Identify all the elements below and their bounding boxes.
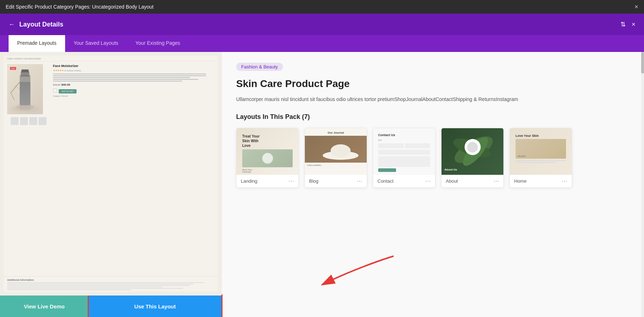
layout-description: Ullamcorper mauris nisl tincidunt sit fa… [236, 95, 558, 103]
layouts-grid: Treat YourSkin WithLove Shop YourFavorit… [236, 128, 630, 188]
layout-card-home: Love Your Skin Why Divi? Home ⋯ [509, 128, 572, 188]
card-footer-contact: Contact ⋯ [373, 175, 435, 187]
use-this-layout-button[interactable]: Use This Layout [89, 296, 221, 317]
card-menu-home[interactable]: ⋯ [562, 178, 567, 184]
view-live-demo-button[interactable]: View Live Demo [0, 296, 89, 317]
modal-header: ← Layout Details ⇅ × [0, 14, 644, 35]
svg-rect-3 [21, 69, 29, 72]
left-panel: HOME / FASHION / FACE MOISTURIZER Sale! [0, 52, 222, 317]
modal-header-right: ⇅ × [620, 20, 635, 28]
scrollbar-thumb[interactable] [641, 52, 644, 73]
tab-saved[interactable]: Your Saved Layouts [65, 35, 127, 52]
mockup-additional-info: Additional information [4, 276, 218, 292]
card-preview-about: About Us [441, 128, 503, 175]
mockup-product-title: Face Moisturizer [53, 64, 214, 68]
card-preview-contact: Contact Us Divi [373, 128, 435, 175]
tab-bar: Premade Layouts Your Saved Layouts Your … [0, 35, 644, 52]
svg-line-4 [11, 82, 20, 93]
title-bar-text: Edit Specific Product Category Pages: Un… [6, 4, 153, 10]
modal-body: HOME / FASHION / FACE MOISTURIZER Sale! [0, 52, 644, 317]
mockup-product-image: Sale! [7, 64, 43, 114]
svg-point-8 [331, 144, 351, 157]
back-icon[interactable]: ← [9, 21, 15, 28]
mockup-price: $48.00 $40.00 [53, 83, 214, 86]
sort-icon[interactable]: ⇅ [620, 20, 626, 28]
arrow-indicator [286, 249, 411, 292]
right-panel: Fashion & Beauty Skin Care Product Page … [222, 52, 644, 317]
card-menu-about[interactable]: ⋯ [493, 178, 499, 184]
card-footer-about: About ⋯ [441, 175, 503, 187]
card-menu-contact[interactable]: ⋯ [425, 178, 431, 184]
card-label-home: Home [514, 178, 527, 184]
layout-card-blog: Our Journal Latest updates... Blog [304, 128, 367, 188]
title-bar-close-button[interactable]: × [634, 3, 638, 11]
mockup-details: Face Moisturizer ★★★★★ (5 customer revie… [53, 64, 214, 273]
modal-close-icon[interactable]: × [631, 21, 635, 28]
card-footer-home: Home ⋯ [510, 175, 572, 187]
modal-header-left: ← Layout Details [9, 21, 63, 28]
mockup-content: Sale! [4, 61, 218, 276]
category-badge: Fashion & Beauty [236, 63, 283, 71]
layout-card-contact: Contact Us Divi Contact [373, 128, 435, 188]
tab-premade[interactable]: Premade Layouts [9, 35, 65, 52]
tab-existing[interactable]: Your Existing Pages [127, 35, 189, 52]
title-bar: Edit Specific Product Category Pages: Un… [0, 0, 644, 14]
card-menu-landing[interactable]: ⋯ [288, 178, 294, 184]
mockup-thumbnails [7, 116, 50, 126]
mockup-add-to-cart: ADD TO CART [59, 89, 77, 93]
card-footer-landing: Landing ⋯ [236, 175, 298, 187]
card-label-about: About [446, 178, 458, 184]
card-footer-blog: Blog ⋯ [305, 175, 367, 187]
mockup-inner: HOME / FASHION / FACE MOISTURIZER Sale! [4, 56, 218, 292]
preview-image: HOME / FASHION / FACE MOISTURIZER Sale! [0, 52, 221, 296]
card-label-blog: Blog [309, 178, 318, 184]
svg-rect-1 [20, 75, 30, 105]
mockup-breadcrumb: HOME / FASHION / FACE MOISTURIZER [4, 56, 218, 61]
card-preview-home: Love Your Skin Why Divi? [510, 128, 572, 175]
card-preview-landing: Treat YourSkin WithLove Shop YourFavorit… [236, 128, 298, 175]
svg-line-6 [15, 86, 20, 89]
card-label-contact: Contact [377, 178, 394, 184]
pack-title: Layouts In This Pack (7) [236, 113, 630, 121]
preview-mockup: HOME / FASHION / FACE MOISTURIZER Sale! [0, 52, 221, 296]
card-preview-blog: Our Journal Latest updates... [305, 128, 367, 175]
layout-card-about: About Us About ⋯ [441, 128, 504, 188]
mockup-stars: ★★★★★ (5 customer reviews) [53, 69, 214, 72]
modal: ← Layout Details ⇅ × Premade Layouts You… [0, 14, 644, 317]
scrollbar[interactable] [641, 52, 644, 317]
modal-title: Layout Details [19, 21, 63, 28]
preview-buttons: View Live Demo Use This Layout [0, 296, 221, 317]
layout-title: Skin Care Product Page [236, 78, 630, 90]
card-label-landing: Landing [241, 178, 257, 184]
svg-point-0 [16, 104, 34, 110]
svg-line-5 [11, 93, 14, 100]
layout-card-landing: Treat YourSkin WithLove Shop YourFavorit… [236, 128, 299, 188]
card-menu-blog[interactable]: ⋯ [357, 178, 362, 184]
